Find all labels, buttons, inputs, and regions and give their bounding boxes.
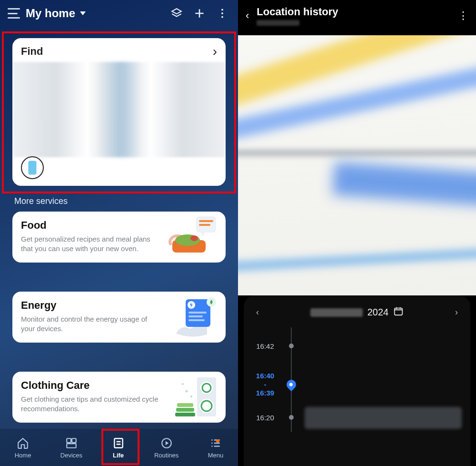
plus-icon[interactable] xyxy=(193,7,206,20)
service-card-clothing[interactable]: Clothing Care Get clothing care tips and… xyxy=(12,372,226,423)
timeline-location-redacted xyxy=(305,407,462,429)
svg-rect-23 xyxy=(175,413,195,416)
service-card-energy[interactable]: Energy Monitor and control the energy us… xyxy=(12,292,226,343)
nav-home[interactable]: Home xyxy=(15,436,31,459)
home-selector[interactable]: My home xyxy=(26,7,86,20)
svg-rect-22 xyxy=(176,408,194,412)
svg-rect-4 xyxy=(199,220,213,222)
find-card[interactable]: Find › xyxy=(12,38,226,186)
home-menu-icon[interactable] xyxy=(8,8,20,19)
timeline-dot-icon xyxy=(289,344,294,348)
timeline-entry[interactable]: 16:20 xyxy=(252,404,462,432)
more-icon[interactable] xyxy=(216,7,228,20)
timeline-time-range: 16:40 - 16:39 xyxy=(252,372,278,397)
timeline-time: 16:20 xyxy=(252,414,278,422)
app-header: My home xyxy=(0,0,238,24)
page-title: Location history xyxy=(257,6,338,18)
life-icon xyxy=(112,436,125,450)
service-desc: Get clothing care tips and customized cy… xyxy=(21,395,159,414)
service-title: Food xyxy=(21,219,159,232)
more-icon[interactable]: ⋮ xyxy=(458,10,468,22)
svg-rect-29 xyxy=(114,438,122,448)
nav-label: Life xyxy=(113,452,124,459)
service-title: Clothing Care xyxy=(21,379,159,392)
service-desc: Monitor and control the energy usage of … xyxy=(21,314,159,334)
svg-rect-14 xyxy=(188,319,205,321)
routines-icon xyxy=(160,436,173,450)
svg-rect-21 xyxy=(177,403,193,407)
svg-point-25 xyxy=(190,395,192,397)
svg-point-37 xyxy=(211,446,213,447)
svg-point-9 xyxy=(190,235,198,241)
date-selector: ‹ 2024 › xyxy=(252,304,462,327)
location-history-screen: ‹ Location history ⋮ ‹ 2024 › 16:42 xyxy=(238,0,476,466)
svg-rect-31 xyxy=(116,444,120,445)
nav-label: Home xyxy=(15,452,31,459)
svg-point-1 xyxy=(221,12,223,14)
calendar-icon xyxy=(393,306,404,319)
nav-life[interactable]: Life xyxy=(112,436,125,459)
chevron-down-icon xyxy=(80,11,86,15)
prev-date-icon[interactable]: ‹ xyxy=(256,307,259,317)
svg-rect-26 xyxy=(67,438,71,443)
clothing-illustration xyxy=(162,375,219,418)
svg-marker-6 xyxy=(201,233,205,236)
svg-rect-5 xyxy=(199,224,210,226)
food-illustration xyxy=(162,215,219,258)
find-card-map-preview xyxy=(12,62,226,157)
location-header: ‹ Location history ⋮ xyxy=(238,0,476,31)
nav-label: Routines xyxy=(154,452,178,459)
nav-menu[interactable]: Menu xyxy=(208,436,224,459)
date-display[interactable]: 2024 xyxy=(310,306,404,319)
home-icon xyxy=(16,436,30,450)
service-card-food[interactable]: Food Get personalized recipes and meal p… xyxy=(12,212,226,263)
svg-point-33 xyxy=(211,439,213,441)
svg-point-35 xyxy=(211,442,213,444)
map-view[interactable] xyxy=(238,35,476,295)
menu-badge-dot xyxy=(216,439,219,443)
home-title-text: My home xyxy=(26,7,75,20)
energy-illustration xyxy=(162,295,219,338)
nav-label: Devices xyxy=(60,452,82,459)
svg-rect-30 xyxy=(116,441,120,442)
timeline-pin-icon xyxy=(285,378,298,391)
layers-icon[interactable] xyxy=(170,7,183,20)
timeline-dot-icon xyxy=(289,415,294,420)
date-year: 2024 xyxy=(367,307,389,318)
svg-rect-27 xyxy=(72,438,76,443)
svg-rect-12 xyxy=(188,312,207,314)
back-icon[interactable]: ‹ xyxy=(246,10,249,22)
timeline-time: 16:42 xyxy=(252,342,278,351)
svg-point-2 xyxy=(221,16,223,18)
phone-icon xyxy=(28,161,37,175)
page-subtitle-redacted xyxy=(257,20,299,26)
nav-routines[interactable]: Routines xyxy=(154,436,178,459)
menu-list-icon xyxy=(209,436,222,450)
svg-point-0 xyxy=(221,9,223,10)
svg-point-24 xyxy=(182,383,184,385)
bottom-nav: Home Devices Life Routines Menu xyxy=(0,429,238,466)
timeline-entry[interactable]: 16:42 xyxy=(252,327,462,365)
find-card-title: Find xyxy=(21,45,43,58)
more-services-header: More services xyxy=(14,196,68,206)
timeline-panel: ‹ 2024 › 16:42 16:40 - 16:39 xyxy=(244,295,470,466)
service-title: Energy xyxy=(21,299,159,312)
next-date-icon[interactable]: › xyxy=(455,307,458,317)
smartthings-life-screen: My home Find › More services Food xyxy=(0,0,238,466)
svg-rect-13 xyxy=(188,315,203,317)
chevron-right-icon: › xyxy=(213,44,217,59)
timeline-entry-active[interactable]: 16:40 - 16:39 xyxy=(252,365,462,404)
find-device-chip[interactable] xyxy=(21,156,44,179)
date-redacted xyxy=(310,308,363,317)
nav-devices[interactable]: Devices xyxy=(60,436,82,459)
nav-label: Menu xyxy=(208,452,224,459)
svg-rect-28 xyxy=(67,444,76,448)
devices-icon xyxy=(65,436,78,450)
service-desc: Get personalized recipes and meal plans … xyxy=(21,234,159,254)
svg-rect-39 xyxy=(395,308,403,315)
